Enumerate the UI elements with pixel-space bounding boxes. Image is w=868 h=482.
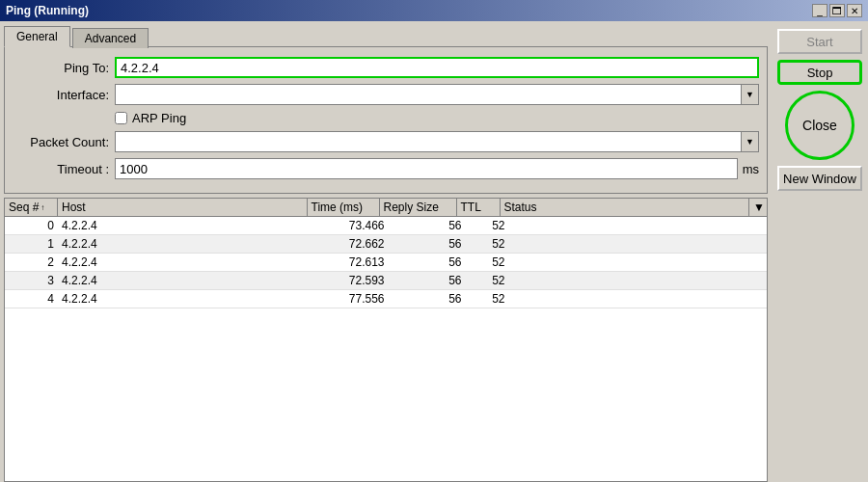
window-title: Ping (Running) bbox=[6, 4, 89, 17]
cell-reply-size: 56 bbox=[389, 254, 466, 271]
table-row[interactable]: 0 4.2.2.4 73.466 56 52 bbox=[5, 217, 767, 235]
interface-dropdown-button[interactable]: ▼ bbox=[742, 84, 759, 105]
arp-ping-label: ARP Ping bbox=[132, 111, 186, 125]
table-body: 0 4.2.2.4 73.466 56 52 1 4.2.2.4 72.662 … bbox=[5, 217, 767, 481]
packet-count-label: Packet Count: bbox=[13, 135, 109, 149]
cell-host: 4.2.2.4 bbox=[58, 272, 316, 289]
title-bar: Ping (Running) _ 🗖 ✕ bbox=[0, 0, 868, 21]
col-ttl[interactable]: TTL bbox=[457, 199, 501, 216]
stop-button[interactable]: Stop bbox=[777, 60, 862, 85]
tab-advanced[interactable]: Advanced bbox=[72, 28, 149, 48]
cell-ttl: 52 bbox=[466, 217, 509, 234]
form-panel: Ping To: Interface: ▼ ARP Ping Packet Co… bbox=[4, 46, 768, 194]
cell-reply-size: 56 bbox=[389, 272, 466, 289]
packet-count-input-group: ▼ bbox=[115, 131, 759, 152]
close-title-button[interactable]: ✕ bbox=[847, 4, 862, 17]
cell-seq: 2 bbox=[5, 254, 58, 271]
arp-ping-row: ARP Ping bbox=[115, 111, 759, 125]
arp-ping-checkbox[interactable] bbox=[115, 112, 127, 124]
table-header: Seq # ↑ Host Time (ms) Reply Size TTL St… bbox=[5, 199, 767, 217]
col-status[interactable]: Status bbox=[501, 199, 750, 216]
cell-ttl: 52 bbox=[466, 235, 509, 253]
table-row[interactable]: 4 4.2.2.4 77.556 56 52 bbox=[5, 290, 767, 308]
cell-status bbox=[509, 235, 768, 253]
interface-label: Interface: bbox=[13, 88, 109, 102]
cell-status bbox=[509, 272, 768, 289]
minimize-button[interactable]: _ bbox=[812, 4, 827, 17]
cell-seq: 1 bbox=[5, 235, 58, 253]
title-bar-buttons: _ 🗖 ✕ bbox=[812, 4, 862, 17]
cell-time: 73.466 bbox=[316, 217, 389, 234]
cell-host: 4.2.2.4 bbox=[58, 235, 316, 253]
col-scroll: ▼ bbox=[749, 199, 767, 216]
left-panel: General Advanced Ping To: Interface: ▼ bbox=[0, 21, 772, 482]
cell-status bbox=[509, 290, 768, 308]
new-window-button[interactable]: New Window bbox=[777, 166, 862, 191]
ping-to-label: Ping To: bbox=[13, 61, 109, 75]
sort-arrow-seq: ↑ bbox=[41, 203, 44, 212]
timeout-label: Timeout : bbox=[13, 162, 109, 176]
timeout-unit: ms bbox=[743, 162, 759, 176]
packet-count-row: Packet Count: ▼ bbox=[13, 131, 759, 152]
table-row[interactable]: 1 4.2.2.4 72.662 56 52 bbox=[5, 235, 767, 254]
tab-bar: General Advanced bbox=[4, 25, 768, 46]
col-host[interactable]: Host bbox=[58, 199, 308, 216]
interface-row: Interface: ▼ bbox=[13, 84, 759, 105]
cell-ttl: 52 bbox=[466, 290, 509, 308]
cell-reply-size: 56 bbox=[389, 235, 466, 253]
cell-status bbox=[509, 254, 768, 271]
close-button[interactable]: Close bbox=[785, 91, 854, 160]
table-row[interactable]: 2 4.2.2.4 72.613 56 52 bbox=[5, 254, 767, 272]
col-reply-size[interactable]: Reply Size bbox=[380, 199, 457, 216]
cell-status bbox=[509, 217, 768, 234]
interface-input-group: ▼ bbox=[115, 84, 759, 105]
restore-button[interactable]: 🗖 bbox=[829, 4, 845, 17]
cell-reply-size: 56 bbox=[389, 290, 466, 308]
cell-time: 72.613 bbox=[316, 254, 389, 271]
cell-reply-size: 56 bbox=[389, 217, 466, 234]
table-row[interactable]: 3 4.2.2.4 72.593 56 52 bbox=[5, 272, 767, 290]
ping-to-input[interactable] bbox=[115, 57, 759, 78]
col-time[interactable]: Time (ms) bbox=[308, 199, 380, 216]
cell-time: 72.593 bbox=[316, 272, 389, 289]
cell-time: 77.556 bbox=[316, 290, 389, 308]
col-seq[interactable]: Seq # ↑ bbox=[5, 199, 58, 216]
cell-host: 4.2.2.4 bbox=[58, 254, 316, 271]
start-button[interactable]: Start bbox=[777, 29, 862, 54]
packet-count-input[interactable] bbox=[115, 131, 742, 152]
main-container: General Advanced Ping To: Interface: ▼ bbox=[0, 21, 868, 482]
timeout-row: Timeout : ms bbox=[13, 158, 759, 179]
cell-seq: 3 bbox=[5, 272, 58, 289]
interface-input[interactable] bbox=[115, 84, 742, 105]
cell-seq: 0 bbox=[5, 217, 58, 234]
cell-host: 4.2.2.4 bbox=[58, 290, 316, 308]
right-panel: Start Stop Close New Window bbox=[772, 21, 868, 482]
cell-host: 4.2.2.4 bbox=[58, 217, 316, 234]
packet-count-dropdown-button[interactable]: ▼ bbox=[742, 131, 759, 152]
cell-ttl: 52 bbox=[466, 272, 509, 289]
cell-time: 72.662 bbox=[316, 235, 389, 253]
cell-ttl: 52 bbox=[466, 254, 509, 271]
cell-seq: 4 bbox=[5, 290, 58, 308]
ping-to-row: Ping To: bbox=[13, 57, 759, 78]
results-table: Seq # ↑ Host Time (ms) Reply Size TTL St… bbox=[4, 198, 768, 482]
timeout-input[interactable] bbox=[115, 158, 738, 179]
tab-general[interactable]: General bbox=[4, 26, 70, 47]
